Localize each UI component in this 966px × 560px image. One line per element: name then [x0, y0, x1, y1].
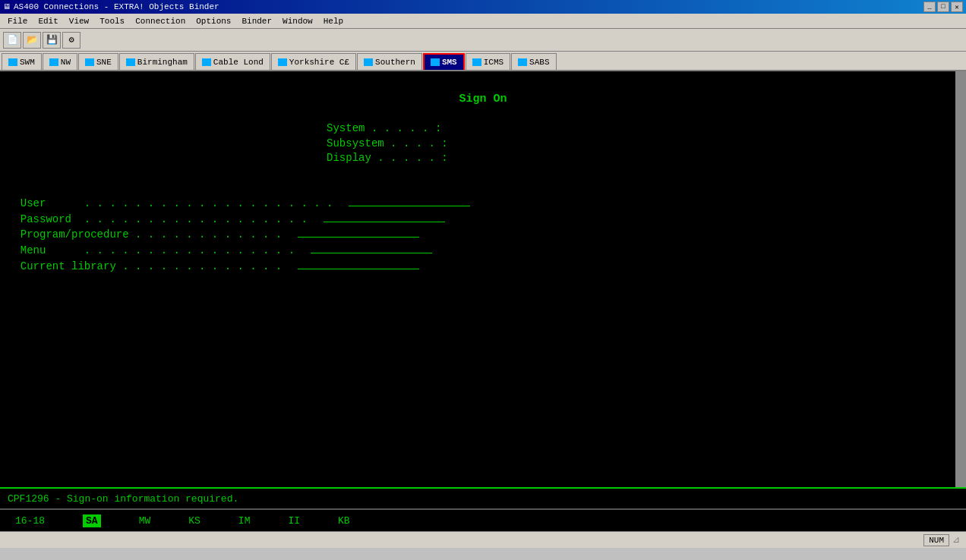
menu-item-options[interactable]: Options — [191, 15, 235, 27]
resize-handle[interactable]: ⊿ — [952, 534, 960, 546]
function-key-bar: 16-18SAMWKSIMIIKB — [0, 508, 966, 531]
sabs-tab-label: SABS — [529, 58, 549, 67]
menu-item-window[interactable]: Window — [278, 15, 317, 27]
save-button[interactable]: 💾 — [43, 32, 61, 49]
menu-item-edit[interactable]: Edit — [33, 15, 62, 27]
terminal-blank-4 — [8, 181, 958, 197]
tab-icms[interactable]: ICMS — [466, 53, 510, 70]
terminal-menu-input[interactable] — [311, 243, 432, 253]
terminal-password-input[interactable] — [324, 212, 445, 222]
tab-swm[interactable]: SWM — [2, 53, 42, 70]
terminal-blank-3 — [8, 166, 958, 181]
num-indicator: NUM — [923, 534, 949, 546]
maximize-button[interactable]: □ — [937, 2, 949, 12]
terminal-content: Sign On System . . . . . : Subsystem . .… — [0, 71, 966, 487]
window-title: AS400 Connections - EXTRA! Objects Binde… — [14, 2, 219, 11]
tab-sms[interactable]: SMS — [423, 53, 465, 70]
terminal-library-label: Current library . . . . . . . . . . . . … — [8, 260, 295, 275]
terminal-library-row: Current library . . . . . . . . . . . . … — [8, 259, 958, 275]
tab-southern[interactable]: Southern — [357, 53, 422, 70]
menu-item-help[interactable]: Help — [319, 15, 348, 27]
title-bar-controls[interactable]: _ □ ✕ — [923, 2, 963, 12]
windows-status-bar: NUM ⊿ — [0, 531, 966, 548]
terminal-title: Sign On — [8, 91, 958, 107]
terminal-user-input[interactable] — [349, 196, 470, 206]
terminal-library-input[interactable] — [298, 259, 419, 269]
terminal-user-row: User . . . . . . . . . . . . . . . . . .… — [8, 196, 958, 212]
terminal-subsystem: Subsystem . . . . : — [8, 137, 958, 152]
menu-item-connection[interactable]: Connection — [131, 15, 190, 27]
birmingham-tab-label: Birmingham — [137, 58, 188, 67]
terminal-menu-label: Menu . . . . . . . . . . . . . . . . . — [8, 244, 308, 259]
cablelond-tab-icon — [202, 58, 211, 66]
sabs-tab-icon — [518, 58, 527, 66]
tab-yorkshire[interactable]: Yorkshire C£ — [271, 53, 356, 70]
icms-tab-label: ICMS — [484, 58, 504, 67]
tab-sabs[interactable]: SABS — [511, 53, 556, 70]
southern-tab-label: Southern — [375, 58, 415, 67]
menu-bar: FileEditViewToolsConnectionOptionsBinder… — [0, 14, 966, 29]
sms-tab-icon — [431, 58, 440, 66]
tab-cablelond[interactable]: Cable Lond — [195, 53, 270, 70]
swm-tab-label: SWM — [20, 58, 35, 67]
menu-item-file[interactable]: File — [3, 15, 32, 27]
terminal-password-row: Password . . . . . . . . . . . . . . . .… — [8, 212, 958, 228]
fkey-sa[interactable]: SA — [83, 514, 101, 527]
settings-button[interactable]: ⚙ — [62, 32, 80, 49]
terminal-password-label: Password . . . . . . . . . . . . . . . .… — [8, 212, 320, 228]
minimize-button[interactable]: _ — [923, 2, 936, 12]
fkey-16-18[interactable]: 16-18 — [15, 515, 45, 527]
birmingham-tab-icon — [126, 58, 135, 66]
app-icon: 🖥 — [3, 2, 11, 11]
menu-item-view[interactable]: View — [65, 15, 93, 27]
terminal-menu-row: Menu . . . . . . . . . . . . . . . . . — [8, 243, 958, 259]
nw-tab-icon — [49, 58, 58, 66]
swm-tab-icon — [8, 58, 17, 66]
icms-tab-icon — [472, 58, 481, 66]
new-button[interactable]: 📄 — [3, 32, 21, 49]
tab-birmingham[interactable]: Birmingham — [119, 53, 194, 70]
menu-item-tools[interactable]: Tools — [95, 15, 129, 27]
scrollbar[interactable] — [955, 71, 966, 487]
fkey-ks[interactable]: KS — [188, 515, 200, 527]
tab-bar: SWMNWSNEBirminghamCable LondYorkshire C£… — [0, 52, 966, 71]
terminal-blank-2 — [8, 107, 958, 122]
tab-nw[interactable]: NW — [43, 53, 77, 70]
sne-tab-label: SNE — [96, 58, 112, 67]
tab-sne[interactable]: SNE — [78, 53, 118, 70]
southern-tab-icon — [364, 58, 373, 66]
terminal-blank-1 — [8, 76, 958, 91]
title-bar-left: 🖥 AS400 Connections - EXTRA! Objects Bin… — [3, 2, 219, 11]
sne-tab-icon — [85, 58, 94, 66]
terminal-display: Display . . . . . : — [8, 151, 958, 166]
fkey-ii[interactable]: II — [288, 515, 300, 527]
nw-tab-label: NW — [61, 58, 71, 67]
open-button[interactable]: 📂 — [23, 32, 41, 49]
menu-item-binder[interactable]: Binder — [237, 15, 276, 27]
terminal-program-row: Program/procedure . . . . . . . . . . . … — [8, 227, 958, 243]
fkey-kb[interactable]: KB — [338, 515, 350, 527]
terminal-program-label: Program/procedure . . . . . . . . . . . … — [8, 228, 295, 243]
toolbar: 📄 📂 💾 ⚙ — [0, 29, 966, 52]
yorkshire-tab-label: Yorkshire C£ — [289, 58, 349, 67]
close-button[interactable]: ✕ — [951, 2, 963, 12]
terminal-system: System . . . . . : — [8, 121, 958, 137]
sms-tab-label: SMS — [442, 58, 457, 67]
cablelond-tab-label: Cable Lond — [213, 58, 264, 67]
fkey-im[interactable]: IM — [238, 515, 251, 527]
terminal-user-label: User . . . . . . . . . . . . . . . . . .… — [8, 197, 346, 212]
yorkshire-tab-icon — [278, 58, 287, 66]
status-message: CPF1296 - Sign-on information required. — [8, 493, 238, 505]
status-bar: CPF1296 - Sign-on information required. — [0, 487, 966, 508]
terminal-program-input[interactable] — [298, 227, 419, 238]
fkey-mw[interactable]: MW — [139, 515, 151, 527]
title-bar: 🖥 AS400 Connections - EXTRA! Objects Bin… — [0, 0, 966, 14]
terminal-area[interactable]: Sign On System . . . . . : Subsystem . .… — [0, 71, 966, 487]
